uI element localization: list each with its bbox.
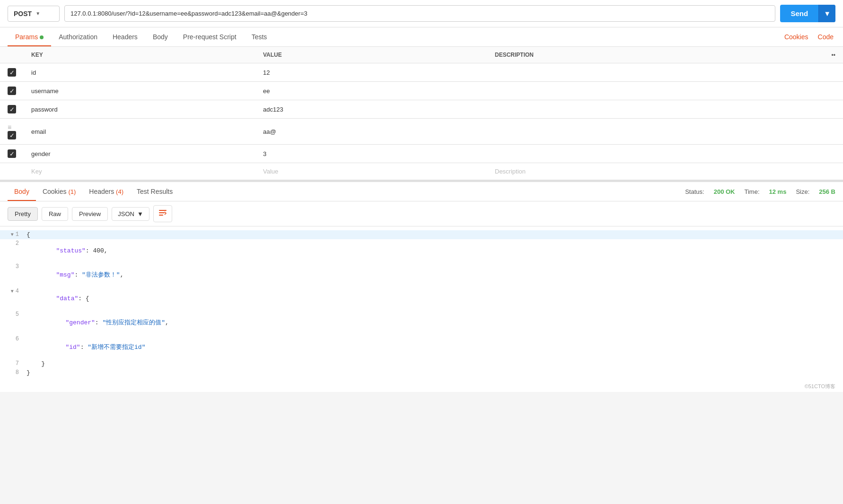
params-table: KEY VALUE DESCRIPTION •• ✓ id 12 ✓ (0, 47, 843, 180)
row3-key-cell[interactable]: password (24, 100, 255, 119)
format-type-dropdown[interactable]: JSON ▼ (112, 207, 149, 221)
col-check-header (0, 47, 24, 63)
table-row: ✓ id 12 (0, 63, 843, 82)
request-tabs-bar: Params Authorization Headers Body Pre-re… (0, 27, 843, 47)
json-line-1: ▼ 1 { (0, 230, 843, 239)
row1-checkbox[interactable]: ✓ (8, 68, 16, 77)
send-button[interactable]: Send ▼ (780, 5, 835, 22)
response-section: Body Cookies (1) Headers (4) Test Result… (0, 180, 843, 381)
row5-checkbox[interactable]: ✓ (8, 149, 16, 158)
row3-check-cell: ✓ (0, 100, 24, 119)
row2-check-cell: ✓ (0, 82, 24, 100)
row4-checkbox[interactable]: ✓ (8, 131, 16, 139)
send-dropdown-icon[interactable]: ▼ (818, 5, 835, 22)
time-value: 12 ms (769, 188, 787, 195)
resp-tab-body[interactable]: Body (8, 182, 36, 201)
preview-button[interactable]: Preview (72, 207, 108, 221)
row2-key-cell[interactable]: username (24, 82, 255, 100)
tab-params[interactable]: Params (8, 27, 51, 46)
row1-key-cell[interactable]: id (24, 63, 255, 82)
row4-value-cell[interactable]: aa@ (255, 119, 487, 145)
row3-desc-cell (487, 100, 824, 119)
row3-value-cell[interactable]: adc123 (255, 100, 487, 119)
row5-value-cell[interactable]: 3 (255, 145, 487, 163)
top-bar: POST ▼ Send ▼ (0, 0, 843, 27)
col-desc-header: DESCRIPTION (487, 47, 824, 63)
placeholder-desc[interactable]: Description (487, 163, 824, 180)
row2-actions-cell (824, 82, 843, 100)
wrap-button[interactable] (153, 205, 172, 222)
tab-pre-request-script[interactable]: Pre-request Script (176, 27, 244, 46)
method-select[interactable]: POST ▼ (8, 6, 60, 22)
row4-check-cell: ≡ ✓ (0, 119, 24, 145)
resp-tab-test-results[interactable]: Test Results (130, 182, 179, 201)
size-value: 256 B (819, 188, 835, 195)
row5-key-cell[interactable]: gender (24, 145, 255, 163)
json-line-4: ▼ 4 "data": { (0, 287, 843, 310)
size-label: Size: (796, 188, 809, 195)
pretty-button[interactable]: Pretty (8, 207, 38, 221)
wrap-icon (158, 209, 167, 217)
row3-actions-cell (824, 100, 843, 119)
time-label: Time: (744, 188, 759, 195)
table-row: ✓ gender 3 (0, 145, 843, 163)
resp-tab-headers[interactable]: Headers (4) (82, 182, 130, 201)
resp-tab-cookies[interactable]: Cookies (1) (36, 182, 82, 201)
format-dropdown-icon: ▼ (137, 210, 143, 217)
tab-tests[interactable]: Tests (244, 27, 275, 46)
json-line-8: 8 } (0, 368, 843, 377)
cookies-link[interactable]: Cookies (782, 27, 810, 46)
format-bar: Pretty Raw Preview JSON ▼ (0, 201, 843, 226)
code-link[interactable]: Code (816, 27, 835, 46)
table-row: ✓ password adc123 (0, 100, 843, 119)
json-line-5: 5 "gender": "性别应指定相应的值", (0, 310, 843, 335)
row2-checkbox[interactable]: ✓ (8, 87, 16, 95)
placeholder-key[interactable]: Key (24, 163, 255, 180)
svg-rect-2 (159, 215, 163, 216)
right-links: Cookies Code (782, 27, 835, 46)
row1-desc-cell (487, 63, 824, 82)
json-line-7: 7 } (0, 359, 843, 368)
url-input[interactable] (64, 5, 775, 22)
table-row: ✓ username ee (0, 82, 843, 100)
row1-value-cell[interactable]: 12 (255, 63, 487, 82)
toggle-1[interactable]: ▼ (11, 232, 14, 237)
row2-desc-cell (487, 82, 824, 100)
status-value: 200 OK (714, 188, 735, 195)
method-label: POST (14, 10, 32, 17)
params-table-header: KEY VALUE DESCRIPTION •• (0, 47, 843, 63)
tab-headers[interactable]: Headers (105, 27, 145, 46)
col-value-header: VALUE (255, 47, 487, 63)
placeholder-value[interactable]: Value (255, 163, 487, 180)
placeholder-row: Key Value Description (0, 163, 843, 180)
raw-button[interactable]: Raw (42, 207, 68, 221)
json-line-6: 6 "id": "新增不需要指定id" (0, 335, 843, 359)
toggle-4[interactable]: ▼ (11, 289, 14, 294)
status-label: Status: (685, 188, 704, 195)
response-tabs-bar: Body Cookies (1) Headers (4) Test Result… (0, 182, 843, 201)
svg-rect-1 (159, 212, 165, 213)
watermark: ©51CTO博客 (0, 381, 843, 392)
format-type-label: JSON (118, 210, 134, 217)
json-line-2: 2 "status": 400, (0, 239, 843, 262)
table-row: ≡ ✓ email aa@ (0, 119, 843, 145)
svg-rect-0 (159, 210, 167, 211)
drag-handle-icon[interactable]: ≡ (8, 123, 11, 131)
tab-authorization[interactable]: Authorization (51, 27, 105, 46)
response-status-bar: Status: 200 OK Time: 12 ms Size: 256 B (685, 188, 835, 195)
row4-desc-cell (487, 119, 824, 145)
tab-body[interactable]: Body (145, 27, 176, 46)
row4-actions-cell (824, 119, 843, 145)
row5-actions-cell (824, 145, 843, 163)
send-label: Send (780, 5, 818, 22)
row5-check-cell: ✓ (0, 145, 24, 163)
col-key-header: KEY (24, 47, 255, 63)
row2-value-cell[interactable]: ee (255, 82, 487, 100)
json-line-3: 3 "msg": "非法参数！", (0, 262, 843, 287)
params-section: KEY VALUE DESCRIPTION •• ✓ id 12 ✓ (0, 47, 843, 180)
row4-key-cell[interactable]: email (24, 119, 255, 145)
row1-check-cell: ✓ (0, 63, 24, 82)
col-actions-header: •• (824, 47, 843, 63)
row3-checkbox[interactable]: ✓ (8, 105, 16, 113)
method-chevron-icon: ▼ (35, 11, 40, 16)
